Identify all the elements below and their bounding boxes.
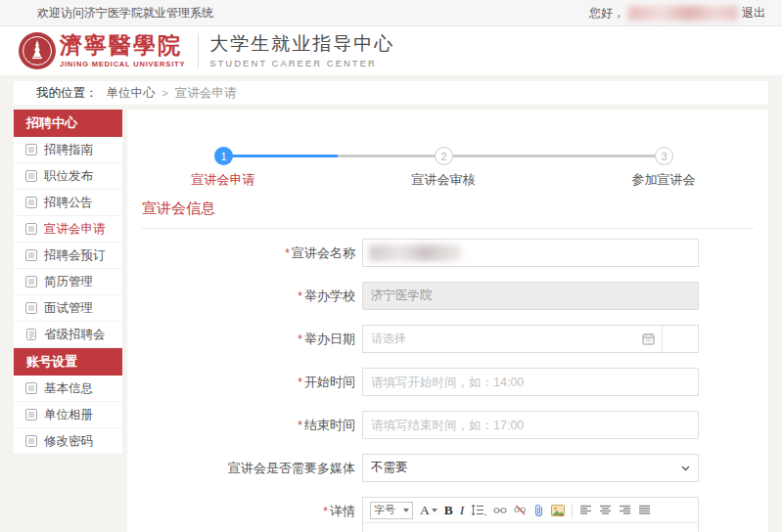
doc-list-icon <box>25 302 37 314</box>
chevron-down-icon <box>403 509 409 512</box>
multimedia-select[interactable]: 不需要 <box>362 454 699 482</box>
sidebar-item-interview-manage[interactable]: 面试管理 <box>14 295 122 322</box>
toolbar-separator <box>572 504 573 517</box>
sidebar-item-company-album[interactable]: 单位相册 <box>14 402 122 428</box>
username-redacted <box>628 6 738 21</box>
editor-content-area[interactable] <box>363 523 698 532</box>
step-3-circle: 3 <box>655 147 673 165</box>
site-subtitle: STUDENT CAREER CENTER <box>209 58 394 68</box>
required-mark: * <box>298 419 302 432</box>
start-time-label: 开始时间 <box>304 375 355 389</box>
main-panel: 1 2 3 宣讲会申请 宣讲会审核 参加宣讲会 宣讲会信息 *宣讲会名称 *举办… <box>127 110 768 532</box>
university-logo-icon <box>19 32 56 69</box>
sidebar-item-info-session-apply[interactable]: 宣讲会申请 <box>14 216 122 243</box>
line-height-button[interactable] <box>471 504 486 516</box>
rich-text-editor: 字号 A B I <box>362 497 699 532</box>
link-icon[interactable] <box>493 506 507 515</box>
date-input-tail <box>662 326 698 352</box>
step-1-circle: 1 <box>214 147 233 165</box>
field-row-multimedia: 宣讲会是否需要多媒体 不需要 <box>127 454 768 482</box>
font-color-button[interactable]: A <box>420 503 437 518</box>
sidebar-section-account: 账号设置 <box>14 348 122 376</box>
attachment-icon[interactable] <box>533 504 544 516</box>
unlink-icon[interactable] <box>514 505 527 515</box>
field-row-name: *宣讲会名称 <box>127 239 768 267</box>
sidebar-item-provincial-job-fair[interactable]: 省级招聘会 <box>14 322 122 348</box>
insert-image-icon[interactable] <box>551 505 565 516</box>
step-2-label: 宣讲会审核 <box>394 171 492 189</box>
site-title: 大学生就业指导中心 <box>209 33 394 55</box>
required-mark: * <box>298 332 302 346</box>
sidebar-item-recruit-guide[interactable]: 招聘指南 <box>14 137 122 163</box>
top-bar: 欢迎访问济宁医学院就业管理系统 您好， 退出 <box>0 0 782 26</box>
progress-stepper: 1 2 3 宣讲会申请 宣讲会审核 参加宣讲会 <box>127 110 768 194</box>
school-label: 举办学校 <box>304 288 355 303</box>
italic-button[interactable]: I <box>460 503 465 518</box>
site-header: 濟寧醫學院 JINING MEDICAL UNIVERSITY 大学生就业指导中… <box>0 26 782 75</box>
sidebar-item-job-post[interactable]: 职位发布 <box>14 163 122 190</box>
doc-list-icon <box>25 197 37 208</box>
breadcrumb-prefix: 我的位置： <box>36 85 98 102</box>
step-3-label: 参加宣讲会 <box>615 171 713 189</box>
field-row-end-time: *结束时间 <box>127 411 768 439</box>
date-label: 举办日期 <box>304 332 355 346</box>
sidebar-item-resume-manage[interactable]: 简历管理 <box>14 269 122 295</box>
breadcrumb-separator: > <box>162 87 168 99</box>
required-mark: * <box>298 376 302 389</box>
required-mark: * <box>298 289 302 303</box>
date-placeholder: 请选择 <box>363 331 642 347</box>
chevron-down-icon <box>681 466 690 471</box>
name-label: 宣讲会名称 <box>292 245 355 260</box>
start-time-input[interactable] <box>362 368 699 396</box>
stepper-track-active <box>223 155 338 157</box>
doc-list-icon <box>25 249 37 261</box>
header-divider <box>198 33 199 68</box>
doc-list-icon <box>25 409 37 421</box>
sidebar: 招聘中心 招聘指南 职位发布 招聘公告 宣讲会申请 招聘会预订 简历管理 面试管… <box>14 110 122 455</box>
field-row-start-time: *开始时间 <box>127 368 768 396</box>
sidebar-item-job-fair-booking[interactable]: 招聘会预订 <box>14 243 122 269</box>
form-section-title: 宣讲会信息 <box>142 194 754 229</box>
editor-toolbar: 字号 A B I <box>363 498 698 523</box>
align-left-icon[interactable] <box>579 505 592 515</box>
info-session-form: *宣讲会名称 *举办学校 *举办日期 请选择 <box>127 229 768 532</box>
step-2-circle: 2 <box>435 147 453 165</box>
step-1-label: 宣讲会申请 <box>174 171 272 189</box>
sidebar-item-recruit-notice[interactable]: 招聘公告 <box>14 190 122 216</box>
doc-list-icon <box>25 382 37 394</box>
breadcrumb: 我的位置： 单位中心 > 宣讲会申请 <box>14 81 768 105</box>
required-mark: * <box>285 246 290 260</box>
end-time-label: 结束时间 <box>304 418 355 432</box>
required-mark: * <box>323 505 328 518</box>
doc-list-icon <box>25 223 37 235</box>
session-name-redacted-value <box>369 244 462 261</box>
sidebar-item-change-password[interactable]: 修改密码 <box>14 428 122 455</box>
logo-english: JINING MEDICAL UNIVERSITY <box>60 60 185 68</box>
detail-label: 详情 <box>330 504 355 518</box>
calendar-icon[interactable] <box>642 332 655 345</box>
breadcrumb-parent-link[interactable]: 单位中心 <box>107 85 156 102</box>
greeting-text: 您好， <box>589 5 624 22</box>
field-row-school: *举办学校 <box>127 282 768 310</box>
multimedia-selected-value: 不需要 <box>371 460 408 476</box>
align-right-icon[interactable] <box>619 505 631 515</box>
align-justify-icon[interactable] <box>638 505 651 515</box>
welcome-text: 欢迎访问济宁医学院就业管理系统 <box>37 5 213 22</box>
sidebar-item-basic-info[interactable]: 基本信息 <box>14 376 122 402</box>
field-row-detail: *详情 字号 A B I <box>127 497 768 532</box>
page-icon <box>25 329 37 340</box>
school-input <box>362 282 699 310</box>
end-time-input[interactable] <box>362 411 699 439</box>
field-row-date: *举办日期 请选择 <box>127 325 768 353</box>
logout-link[interactable]: 退出 <box>742 5 765 22</box>
align-center-icon[interactable] <box>599 505 612 515</box>
doc-list-icon <box>25 435 37 447</box>
date-picker-input[interactable]: 请选择 <box>362 325 699 353</box>
bold-button[interactable]: B <box>444 503 453 518</box>
font-size-select[interactable]: 字号 <box>370 502 413 519</box>
logo-chinese: 濟寧醫學院 <box>60 34 185 58</box>
doc-list-icon <box>25 276 37 288</box>
doc-list-icon <box>25 144 37 155</box>
chevron-down-icon <box>432 509 437 512</box>
sidebar-section-recruit: 招聘中心 <box>14 110 122 137</box>
